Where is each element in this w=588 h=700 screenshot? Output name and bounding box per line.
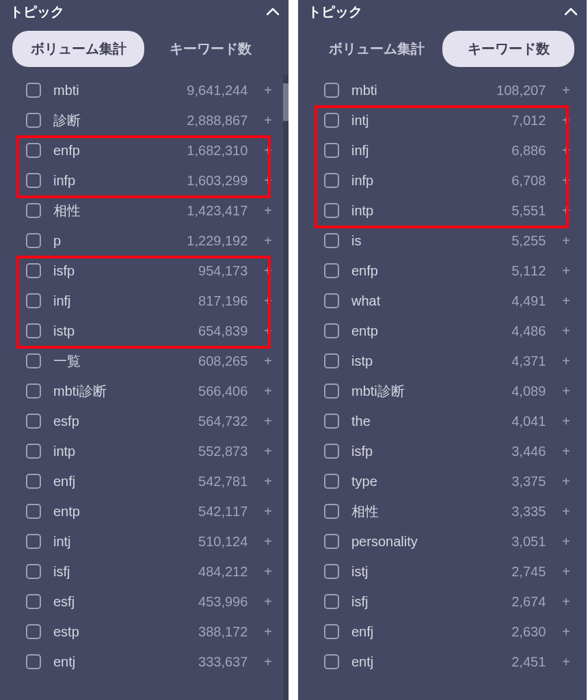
checkbox[interactable]: [26, 474, 41, 489]
tab-volume[interactable]: ボリューム集計: [12, 31, 144, 67]
plus-icon[interactable]: +: [562, 203, 570, 219]
plus-icon[interactable]: +: [264, 444, 272, 459]
list-item[interactable]: 診断2,888,867+: [19, 105, 278, 135]
plus-icon[interactable]: +: [264, 173, 272, 189]
list-item[interactable]: isfp3,446+: [317, 436, 576, 466]
plus-icon[interactable]: +: [264, 534, 272, 550]
list-item[interactable]: p1,229,192+: [19, 226, 278, 256]
list-item[interactable]: enfp5,112+: [317, 256, 576, 286]
checkbox[interactable]: [324, 83, 339, 98]
plus-icon[interactable]: +: [562, 143, 570, 159]
plus-icon[interactable]: +: [264, 203, 272, 219]
tab-keywords[interactable]: キーワード数: [144, 31, 276, 67]
checkbox[interactable]: [324, 534, 339, 549]
scrollbar[interactable]: [283, 75, 289, 700]
checkbox[interactable]: [324, 594, 339, 609]
chevron-up-icon[interactable]: [267, 5, 279, 19]
list-item[interactable]: esfp564,732+: [19, 406, 278, 436]
list-item[interactable]: estp388,172+: [19, 617, 278, 647]
plus-icon[interactable]: +: [562, 113, 570, 129]
checkbox[interactable]: [26, 564, 41, 579]
checkbox[interactable]: [324, 293, 339, 308]
list-item[interactable]: is5,255+: [317, 226, 576, 256]
list-item[interactable]: mbti診断4,089+: [317, 376, 576, 406]
list-item[interactable]: entp4,486+: [317, 316, 576, 346]
tab-keywords[interactable]: キーワード数: [442, 31, 574, 67]
list-item[interactable]: 一覧608,265+: [19, 346, 278, 376]
plus-icon[interactable]: +: [264, 143, 272, 159]
scrollbar-thumb[interactable]: [283, 83, 289, 121]
plus-icon[interactable]: +: [562, 624, 570, 640]
plus-icon[interactable]: +: [264, 594, 272, 610]
plus-icon[interactable]: +: [264, 323, 272, 339]
checkbox[interactable]: [26, 173, 41, 188]
plus-icon[interactable]: +: [264, 564, 272, 580]
checkbox[interactable]: [324, 233, 339, 248]
checkbox[interactable]: [324, 624, 339, 639]
checkbox[interactable]: [324, 173, 339, 188]
checkbox[interactable]: [26, 444, 41, 459]
plus-icon[interactable]: +: [562, 504, 570, 520]
list-item[interactable]: isfj484,212+: [19, 556, 278, 587]
checkbox[interactable]: [26, 263, 41, 278]
list-item[interactable]: personality3,051+: [317, 526, 576, 556]
checkbox[interactable]: [324, 383, 339, 399]
list-item[interactable]: mbti108,207+: [317, 75, 576, 105]
list-item[interactable]: entj2,451+: [317, 647, 576, 677]
checkbox[interactable]: [26, 624, 41, 639]
list-item[interactable]: intj510,124+: [19, 526, 278, 556]
checkbox[interactable]: [324, 564, 339, 579]
list-item[interactable]: infp1,603,299+: [19, 165, 278, 196]
checkbox[interactable]: [324, 654, 339, 669]
list-item[interactable]: entj333,637+: [19, 647, 278, 677]
plus-icon[interactable]: +: [264, 504, 272, 520]
checkbox[interactable]: [26, 594, 41, 609]
plus-icon[interactable]: +: [562, 414, 570, 429]
checkbox[interactable]: [26, 504, 41, 519]
list-item[interactable]: intp552,873+: [19, 436, 278, 466]
chevron-up-icon[interactable]: [565, 5, 577, 19]
checkbox[interactable]: [324, 263, 339, 278]
plus-icon[interactable]: +: [562, 323, 570, 339]
list-item[interactable]: what4,491+: [317, 286, 576, 316]
list-item[interactable]: intp5,551+: [317, 196, 576, 226]
tab-volume[interactable]: ボリューム集計: [310, 31, 442, 67]
plus-icon[interactable]: +: [562, 383, 570, 399]
plus-icon[interactable]: +: [264, 414, 272, 429]
checkbox[interactable]: [26, 353, 41, 368]
list-item[interactable]: istp654,839+: [19, 316, 278, 346]
list-item[interactable]: esfj453,996+: [19, 587, 278, 617]
plus-icon[interactable]: +: [562, 534, 570, 550]
checkbox[interactable]: [324, 504, 339, 519]
plus-icon[interactable]: +: [264, 624, 272, 640]
list-item[interactable]: enfj2,630+: [317, 617, 576, 647]
checkbox[interactable]: [324, 323, 339, 338]
plus-icon[interactable]: +: [562, 444, 570, 459]
plus-icon[interactable]: +: [264, 474, 272, 489]
checkbox[interactable]: [324, 143, 339, 158]
checkbox[interactable]: [26, 143, 41, 158]
plus-icon[interactable]: +: [264, 654, 272, 670]
checkbox[interactable]: [324, 474, 339, 489]
plus-icon[interactable]: +: [264, 293, 272, 309]
list-item[interactable]: type3,375+: [317, 466, 576, 496]
plus-icon[interactable]: +: [562, 654, 570, 670]
checkbox[interactable]: [26, 414, 41, 429]
plus-icon[interactable]: +: [562, 173, 570, 189]
list-item[interactable]: enfp1,682,310+: [19, 135, 278, 165]
plus-icon[interactable]: +: [264, 233, 272, 249]
checkbox[interactable]: [26, 233, 41, 248]
plus-icon[interactable]: +: [264, 83, 272, 98]
checkbox[interactable]: [26, 293, 41, 308]
list-item[interactable]: intj7,012+: [317, 105, 576, 135]
plus-icon[interactable]: +: [562, 83, 570, 98]
plus-icon[interactable]: +: [264, 113, 272, 129]
checkbox[interactable]: [26, 83, 41, 98]
checkbox[interactable]: [26, 113, 41, 128]
plus-icon[interactable]: +: [562, 474, 570, 489]
plus-icon[interactable]: +: [562, 293, 570, 309]
checkbox[interactable]: [324, 113, 339, 128]
plus-icon[interactable]: +: [562, 594, 570, 610]
list-item[interactable]: mbti診断566,406+: [19, 376, 278, 406]
list-item[interactable]: istj2,745+: [317, 556, 576, 587]
